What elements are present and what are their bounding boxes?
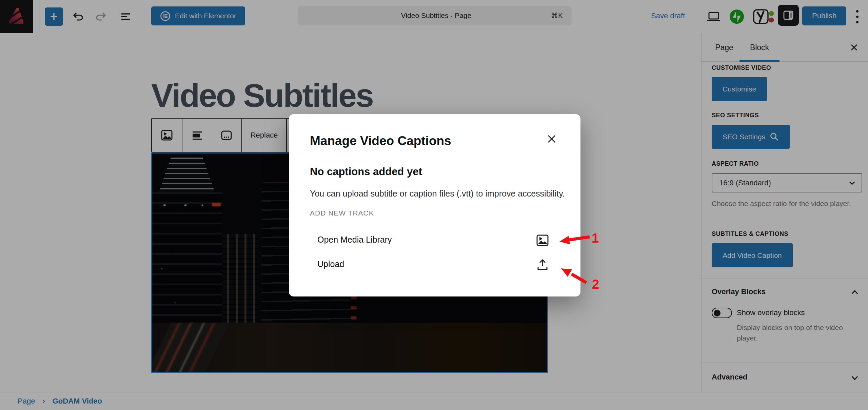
upload-icon	[535, 257, 550, 273]
modal-heading: No captions added yet	[310, 166, 422, 178]
media-library-icon	[535, 233, 550, 249]
upload-label: Upload	[317, 259, 344, 269]
open-media-library-label: Open Media Library	[317, 235, 392, 245]
modal-close-button[interactable]	[545, 132, 559, 146]
close-icon	[545, 132, 559, 146]
modal-title: Manage Video Captions	[310, 134, 451, 148]
open-media-library-item[interactable]: Open Media Library	[310, 231, 559, 250]
manage-video-captions-modal: Manage Video Captions No captions added …	[289, 114, 580, 296]
add-new-track-label: ADD NEW TRACK	[310, 209, 374, 217]
upload-item[interactable]: Upload	[310, 255, 559, 275]
modal-description: You can upload subtitle or caption files…	[310, 189, 565, 199]
editor-window: Edit with Elementor Video Subtitles · Pa…	[0, 0, 868, 410]
